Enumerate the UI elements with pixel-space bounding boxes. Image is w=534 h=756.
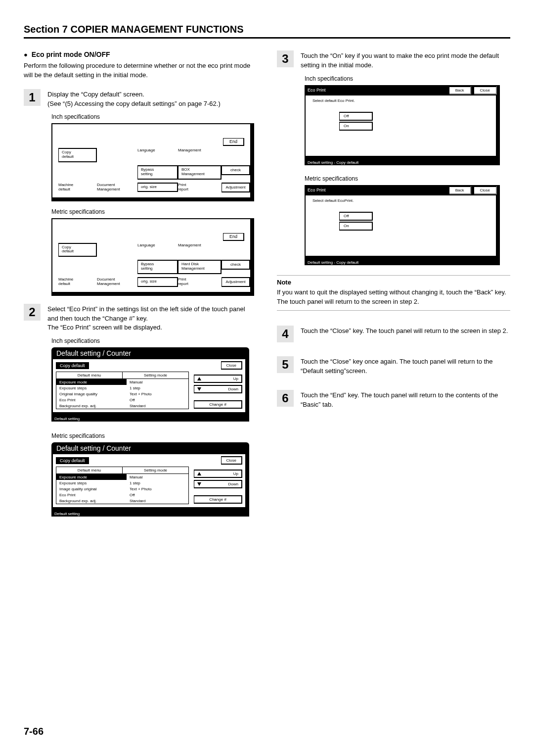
col-header-menu: Default menu: [56, 467, 123, 474]
on-button[interactable]: On: [339, 122, 373, 131]
row-menu-cell: Eco Print: [56, 397, 127, 403]
step-number: 5: [277, 356, 294, 373]
close-button[interactable]: Close: [221, 361, 242, 370]
bypass-button[interactable]: Bypass setting: [137, 260, 178, 274]
eco-prompt: Select default EcoPrint.: [312, 198, 491, 203]
down-button[interactable]: Down: [194, 385, 242, 393]
table-row[interactable]: Image quality originalText + Photo: [56, 486, 188, 492]
end-button[interactable]: End: [223, 233, 244, 241]
check-button[interactable]: check: [222, 260, 250, 270]
panel-footer: Default setting: [51, 416, 249, 422]
step-3: 3 Touch the “On” key if you want to make…: [277, 50, 510, 70]
step-2: 2 Select “Eco Print” in the settings lis…: [24, 304, 257, 333]
step-number: 4: [277, 326, 294, 342]
row-menu-cell: Exposure steps: [56, 480, 127, 486]
panel-footer: Default setting: [51, 511, 249, 517]
management-label: Management: [178, 243, 222, 247]
harddisk-button[interactable]: Hard Disk Management: [178, 260, 222, 274]
up-button[interactable]: Up: [194, 470, 242, 478]
row-menu-cell: Exposure steps: [56, 385, 127, 391]
row-menu-cell: Image quality original: [56, 486, 127, 492]
row-menu-cell: Background exp. adj.: [56, 403, 127, 409]
panel-title: Default setting / Counter: [51, 347, 249, 359]
table-row[interactable]: Exposure steps1 step: [56, 480, 188, 486]
on-button[interactable]: On: [339, 222, 373, 231]
change-button[interactable]: Change #: [194, 400, 242, 409]
off-button[interactable]: Off: [339, 112, 373, 121]
intro-text: Perform the following procedure to deter…: [24, 61, 257, 80]
metric-label: Metric specifications: [51, 432, 257, 439]
close-button[interactable]: Close: [221, 456, 242, 465]
change-button[interactable]: Change #: [194, 495, 242, 504]
end-button[interactable]: End: [223, 138, 244, 146]
document-mgmt-label: Document Management: [97, 277, 137, 286]
copy-default-button[interactable]: Copy default: [58, 148, 97, 162]
note-title: Note: [277, 279, 510, 286]
step-number: 1: [24, 89, 41, 106]
table-row[interactable]: Exposure modeManual: [56, 474, 188, 480]
up-button[interactable]: Up: [194, 375, 242, 383]
row-menu-cell: Eco Print: [56, 492, 127, 498]
print-report-label: Print report: [178, 277, 222, 286]
up-label: Up: [233, 472, 238, 476]
close-button[interactable]: Close: [474, 86, 497, 94]
note-block: Note If you want to quit the displayed s…: [277, 275, 510, 311]
triangle-up-icon: [197, 472, 201, 475]
back-button[interactable]: Back: [449, 86, 471, 94]
section-title: Section 7 COPIER MANAGEMENT FUNCTIONS: [24, 24, 510, 39]
step-text: Touch the “Close” key once again. The to…: [301, 356, 510, 376]
step-text: Touch the “Close” key. The touch panel w…: [301, 326, 508, 342]
check-button[interactable]: check: [222, 165, 250, 175]
table-row[interactable]: Eco PrintOff: [56, 492, 188, 498]
table-row[interactable]: Original image qualityText + Photo: [56, 391, 188, 397]
adjustment-button[interactable]: Adjustment: [222, 277, 250, 287]
row-menu-cell: Background exp. adj.: [56, 498, 127, 504]
inch-label: Inch specifications: [51, 337, 257, 344]
metric-label: Metric specifications: [305, 175, 510, 182]
print-report-label: Print report: [178, 183, 222, 191]
bypass-button[interactable]: Bypass setting: [137, 165, 178, 180]
table-row[interactable]: Eco PrintOff: [56, 397, 188, 403]
triangle-down-icon: [197, 482, 201, 486]
close-button[interactable]: Close: [474, 186, 497, 194]
eco-header: Eco Print: [308, 188, 446, 192]
language-label: Language: [137, 243, 178, 247]
metric-label: Metric specifications: [51, 208, 257, 215]
page-number: 7-66: [24, 726, 44, 737]
change-label: Change #: [209, 402, 226, 407]
table-row[interactable]: Background exp. adj.Standard: [56, 403, 188, 409]
menu-panel-inch: End Copy default Language Management Byp…: [51, 123, 257, 201]
panel-title: Default setting / Counter: [51, 442, 249, 454]
triangle-down-icon: [197, 387, 201, 391]
management-label: Management: [178, 148, 222, 152]
row-mode-cell: Manual: [127, 379, 188, 385]
step-number: 3: [277, 50, 294, 67]
eco-header: Eco Print: [308, 88, 446, 93]
table-row[interactable]: Exposure modeManual: [56, 379, 188, 385]
col-header-menu: Default menu: [56, 372, 123, 379]
language-label: Language: [137, 148, 178, 152]
copy-default-button[interactable]: Copy default: [58, 243, 97, 257]
box-mgmt-button[interactable]: BOX Management: [178, 165, 222, 180]
orig-size-button[interactable]: orig. size: [137, 183, 178, 192]
step-6: 6 Touch the “End” key. The touch panel w…: [277, 390, 510, 410]
adjustment-button[interactable]: Adjustment: [222, 183, 250, 192]
step-text: Select “Eco Print” in the settings list …: [47, 304, 257, 333]
step-4: 4 Touch the “Close” key. The touch panel…: [277, 326, 510, 342]
machine-default-label: Machine default: [58, 277, 97, 286]
off-button[interactable]: Off: [339, 212, 373, 221]
table-row[interactable]: Exposure steps1 step: [56, 385, 188, 391]
default-setting-panel-metric: Default setting / Counter Copy default C…: [51, 442, 249, 517]
step-text: Touch the “On” key if you want to make t…: [301, 50, 510, 70]
row-menu-cell: Exposure mode: [56, 474, 127, 480]
table-row[interactable]: Background exp. adj.Standard: [56, 498, 188, 504]
orig-size-button[interactable]: orig. size: [137, 277, 178, 287]
down-button[interactable]: Down: [194, 480, 242, 488]
back-button[interactable]: Back: [449, 186, 471, 194]
eco-footer: Default setting - Copy default: [305, 260, 500, 265]
step-5: 5 Touch the “Close” key once again. The …: [277, 356, 510, 376]
note-text: If you want to quit the displayed settin…: [277, 288, 510, 307]
default-setting-panel-inch: Default setting / Counter Copy default C…: [51, 347, 249, 422]
eco-prompt: Select default Eco Print.: [312, 98, 491, 103]
step-text: Display the “Copy default” screen. (See …: [47, 89, 221, 109]
